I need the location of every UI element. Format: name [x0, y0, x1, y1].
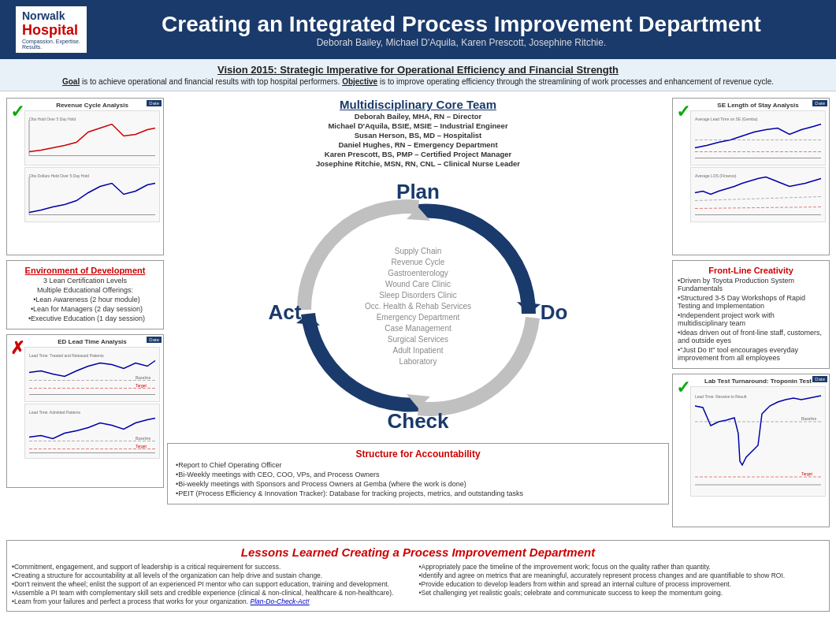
check-label: Check — [387, 409, 448, 434]
svg-text:Lead Time: Treated and Release: Lead Time: Treated and Released Patients — [29, 353, 104, 358]
revenue-cycle-chart-box: ✓ Revenue Cycle Analysis Date Obs Hold O… — [6, 98, 164, 255]
circle-item-10: Laboratory — [347, 357, 489, 366]
member-1: Deborah Bailey, MHA, RN – Director — [316, 112, 520, 121]
vision-bar: Vision 2015: Strategic Imperative for Op… — [0, 59, 836, 91]
circle-item-5: Occ. Health & Rehab Services — [347, 302, 489, 311]
front-line-title: Front-Line Creativity — [678, 266, 824, 275]
team-section: Multidisciplinary Core Team Deborah Bail… — [316, 98, 520, 169]
circle-item-1: Revenue Cycle — [347, 258, 489, 266]
circle-item-8: Surgical Services — [347, 335, 489, 344]
circle-item-7: Case Management — [347, 324, 489, 333]
env-bullet2: •Lean for Managers (2 day session) — [15, 305, 158, 313]
structure-box: Structure for Accountability •Report to … — [167, 443, 669, 504]
env-bullet1: •Lean Awareness (2 hour module) — [15, 296, 158, 303]
front-b2: •Structured 3-5 Day Workshops of Rapid T… — [678, 294, 824, 310]
member-5: Karen Prescott, BS, PMP – Certified Proj… — [316, 150, 520, 158]
ed-admitted-chart: Lead Time: Admitted Patients Baseline Ta… — [24, 404, 160, 459]
front-b4: •Ideas driven out of front-line staff, c… — [678, 329, 824, 344]
objective-text: is to improve operating efficiency throu… — [377, 77, 774, 86]
lesson-2: •Creating a structure for accountability… — [12, 571, 418, 579]
header-title-area: Creating an Integrated Process Improveme… — [102, 11, 820, 49]
goal-text: is to achieve operational and financial … — [80, 77, 340, 86]
lesson-8: •Provide education to develop leaders fr… — [419, 580, 825, 588]
lesson-7: •Identify and agree on metrics that are … — [419, 571, 825, 579]
crossmark-icon: ✗ — [10, 338, 24, 359]
do-label: Do — [541, 300, 568, 325]
main-title: Creating an Integrated Process Improveme… — [102, 11, 820, 38]
chart1-badge: Date — [147, 100, 162, 106]
member-4: Daniel Hughes, RN – Emergency Department — [316, 140, 520, 149]
checkmark-icon-1: ✓ — [10, 102, 24, 122]
vision-text: Goal is to achieve operational and finan… — [16, 77, 820, 86]
chart3-badge: Date — [147, 337, 162, 343]
svg-text:Obs Hold Over 5 Day Hold: Obs Hold Over 5 Day Hold — [29, 117, 76, 121]
svg-text:Baseline: Baseline — [801, 416, 816, 421]
obs-dollars-chart: Obs Dollars Held Over 5 Day Hold — [24, 167, 160, 222]
env-offerings: Multiple Educational Offerings: — [12, 286, 158, 294]
member-3: Susan Herson, BS, MD – Hospitalist — [316, 131, 520, 140]
lab-badge: Date — [812, 376, 827, 382]
svg-text:Baseline: Baseline — [136, 436, 150, 441]
circle-items-list: Supply Chain Revenue Cycle Gastroenterol… — [347, 244, 489, 368]
checkmark-icon-3: ✓ — [676, 378, 690, 398]
lesson-9: •Set challenging yet realistic goals; ce… — [419, 589, 825, 597]
circle-item-2: Gastroenterology — [347, 269, 489, 277]
main-content: ✓ Revenue Cycle Analysis Date Obs Hold O… — [0, 91, 836, 537]
right-column: ✓ SE Length of Stay Analysis Date Averag… — [672, 98, 830, 527]
center-column: Multidisciplinary Core Team Deborah Bail… — [167, 98, 669, 527]
se-los-badge: Date — [812, 100, 827, 106]
structure-b2: •Bi-weekly meetings with Sponsors and Pr… — [176, 480, 660, 488]
se-average-chart: Average Lead Time on SE (Gemba) — [690, 110, 826, 166]
env-title: Environment of Development — [12, 266, 158, 275]
lessons-grid: •Commitment, engagement, and support of … — [12, 562, 824, 606]
member-6: Josephine Ritchie, MSN, RN, CNL – Clinic… — [316, 159, 520, 168]
lessons-col1: •Commitment, engagement, and support of … — [12, 562, 418, 606]
lessons-section: Lessons Learned Creating a Process Impro… — [6, 540, 830, 612]
logo-hospital: Hospital — [22, 22, 80, 39]
act-label: Act — [269, 300, 302, 325]
svg-text:Average Lead Time on SE (Gemba: Average Lead Time on SE (Gemba) — [695, 117, 758, 121]
env-bullet3: •Executive Education (1 day session) — [15, 315, 158, 322]
member-2: Michael D'Aquila, BSIE, MSIE – Industria… — [316, 121, 520, 130]
left-column: ✓ Revenue Cycle Analysis Date Obs Hold O… — [6, 98, 164, 527]
objective-label: Objective — [342, 77, 377, 86]
se-finance-chart: Average LOS (Finance) — [690, 167, 826, 222]
circle-item-3: Wound Care Clinic — [347, 280, 489, 288]
structure-b3: •PEIT (Process Efficiency & Innovation T… — [176, 490, 660, 497]
lessons-col2: •Appropriately pace the timeline of the … — [419, 562, 825, 606]
lesson-3: •Don't reinvent the wheel; enlist the su… — [12, 580, 418, 588]
svg-text:Average LOS (Finance): Average LOS (Finance) — [695, 173, 737, 178]
ed-treated-chart: Lead Time: Treated and Released Patients… — [24, 347, 160, 402]
env-subtitle: 3 Lean Certification Levels — [12, 277, 158, 285]
structure-title: Structure for Accountability — [176, 449, 660, 460]
vision-heading: Vision 2015: Strategic Imperative for Op… — [16, 64, 820, 76]
logo-tagline: Compassion. Expertise. Results. — [22, 39, 80, 50]
front-b5: •"Just Do It" tool encourages everyday i… — [678, 346, 824, 362]
lesson-5: •Learn from your failures and perfect a … — [12, 597, 418, 605]
page-header: Norwalk Hospital Compassion. Expertise. … — [0, 0, 836, 59]
chart1-title: Revenue Cycle Analysis — [24, 102, 160, 109]
svg-text:Obs Dollars Held Over 5 Day Ho: Obs Dollars Held Over 5 Day Hold — [29, 173, 89, 178]
circle-item-4: Sleep Disorders Clinic — [347, 291, 489, 300]
svg-text:Target: Target — [801, 471, 813, 476]
chart3-title: ED Lead Time Analysis — [24, 338, 160, 345]
front-b3: •Independent project work with multidisc… — [678, 311, 824, 327]
plan-label: Plan — [396, 180, 440, 204]
svg-text:Lead Time: Receive to Result: Lead Time: Receive to Result — [695, 394, 747, 399]
pdca-circle: Plan Do Check Act Supply Chain Revenue C… — [269, 172, 568, 440]
circle-item-9: Adult Inpatient — [347, 346, 489, 355]
front-line-box: Front-Line Creativity •Driven by Toyota … — [672, 260, 830, 369]
se-los-chart-box: ✓ SE Length of Stay Analysis Date Averag… — [672, 98, 830, 255]
svg-marker-18 — [517, 302, 541, 314]
circle-item-0: Supply Chain — [347, 247, 489, 255]
hospital-logo: Norwalk Hospital Compassion. Expertise. … — [16, 6, 87, 53]
lab-turnaround-chart: Lead Time: Receive to Result Baseline Ta… — [690, 386, 826, 497]
structure-sub: •Report to Chief Operating Officer — [176, 461, 660, 469]
lesson-6: •Appropriately pace the timeline of the … — [419, 563, 825, 571]
svg-text:Target: Target — [136, 383, 147, 388]
lab-chart-box: ✓ Lab Test Turnaround: Troponin Test Dat… — [672, 374, 830, 527]
lessons-title: Lessons Learned Creating a Process Impro… — [12, 545, 824, 559]
svg-text:Lead Time: Admitted Patients: Lead Time: Admitted Patients — [29, 410, 81, 415]
checkmark-icon-2: ✓ — [676, 102, 690, 122]
svg-text:Target: Target — [136, 444, 147, 449]
